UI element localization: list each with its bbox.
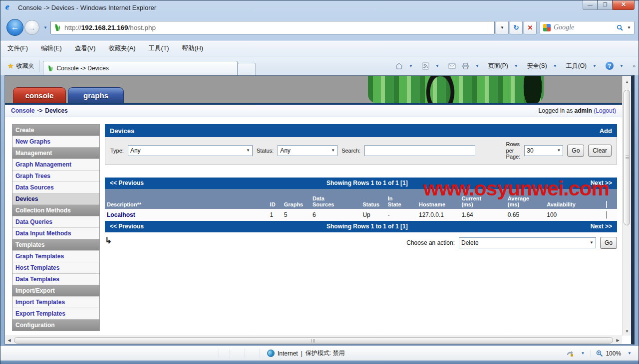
type-select-caret-icon: ▼	[241, 148, 250, 153]
tools-menu-button[interactable]: 工具(O) ▼	[564, 60, 602, 72]
status-filter-value: Any	[280, 147, 291, 154]
help-button[interactable]: ? ▼	[604, 60, 629, 71]
vertical-scrollbar[interactable]: ▲ ▼	[622, 76, 631, 336]
menu-view[interactable]: 查看(V)	[75, 44, 96, 53]
search-box[interactable]: Google ▼	[540, 21, 635, 34]
scroll-right-arrow-icon[interactable]: ▶	[614, 338, 622, 343]
add-device-link[interactable]: Add	[600, 127, 612, 135]
col-in-state[interactable]: In State	[386, 189, 417, 209]
close-button[interactable]: ✕	[613, 0, 635, 10]
address-dropdown-button[interactable]: ▼	[496, 21, 509, 34]
action-arrow-icon: ↳	[105, 235, 112, 246]
home-button[interactable]: ▼	[393, 61, 418, 71]
col-current-ms[interactable]: Current (ms)	[459, 189, 505, 209]
vertical-thumb-grip	[626, 156, 629, 160]
maximize-button[interactable]: ❐	[598, 0, 613, 10]
cacti-tab-graphs[interactable]: graphs	[68, 87, 124, 103]
sidebar-item-graph-management[interactable]: Graph Management	[12, 159, 99, 170]
zone-caret-icon[interactable]: ▼	[581, 351, 585, 356]
sidebar-item-export-templates[interactable]: Export Templates	[12, 308, 99, 319]
feeds-button[interactable]: ▼	[420, 61, 444, 71]
col-hostname[interactable]: Hostname	[417, 189, 459, 209]
col-average-ms[interactable]: Average (ms)	[506, 189, 545, 209]
next-link-bottom[interactable]: Next >>	[591, 223, 617, 230]
print-button[interactable]: ▼	[460, 61, 484, 71]
filter-go-button[interactable]: Go	[567, 145, 584, 157]
page-menu-button[interactable]: 页面(P) ▼	[486, 60, 523, 72]
previous-link-bottom[interactable]: << Previous	[105, 223, 144, 230]
scroll-left-arrow-icon[interactable]: ◀	[5, 338, 13, 343]
col-data-sources[interactable]: Data Sources	[311, 189, 360, 209]
feeds-caret-icon[interactable]: ▼	[435, 64, 439, 68]
print-caret-icon[interactable]: ▼	[475, 64, 479, 68]
login-prefix: Logged in as	[539, 107, 573, 114]
menu-tools[interactable]: 工具(T)	[148, 44, 169, 53]
sidebar-item-import-templates[interactable]: Import Templates	[12, 296, 99, 308]
device-localhost-link[interactable]: Localhost	[107, 211, 135, 218]
col-description[interactable]: Description**	[105, 189, 268, 209]
search-dropdown-caret-icon[interactable]: ▼	[627, 25, 631, 30]
menu-file[interactable]: 文件(F)	[7, 44, 28, 53]
zone-change-icon[interactable]	[566, 350, 574, 357]
col-graphs[interactable]: Graphs	[282, 189, 311, 209]
rows-per-page-select[interactable]: 30▼	[524, 145, 563, 156]
next-link-top[interactable]: Next >>	[591, 180, 617, 186]
action-select[interactable]: Delete▼	[459, 237, 596, 248]
status-filter-select[interactable]: Any▼	[278, 145, 337, 156]
type-filter-select[interactable]: Any▼	[128, 145, 253, 156]
breadcrumb-console-link[interactable]: Console	[11, 107, 34, 114]
sidebar-item-host-templates[interactable]: Host Templates	[12, 262, 99, 273]
sidebar-item-graph-trees[interactable]: Graph Trees	[12, 170, 99, 182]
sidebar-item-new-graphs[interactable]: New Graphs	[12, 136, 99, 147]
window-bottom-frame	[0, 361, 639, 364]
sidebar-item-graph-templates[interactable]: Graph Templates	[12, 250, 99, 262]
rss-icon	[422, 62, 429, 70]
star-icon: ★	[7, 62, 14, 70]
col-id[interactable]: ID	[268, 189, 282, 209]
back-button[interactable]: ←	[6, 19, 23, 36]
scroll-down-arrow-icon[interactable]: ▼	[623, 329, 632, 334]
row-checkbox[interactable]	[606, 211, 607, 219]
refresh-button[interactable]: ↻	[510, 21, 523, 34]
logout-link[interactable]: (Logout)	[594, 107, 616, 114]
menu-edit[interactable]: 编辑(E)	[41, 44, 62, 53]
scroll-up-arrow-icon[interactable]: ▲	[623, 80, 632, 84]
home-icon	[395, 62, 403, 70]
search-magnifier-icon[interactable]	[617, 24, 623, 31]
new-tab-stub[interactable]	[238, 63, 256, 75]
sidebar-item-data-sources[interactable]: Data Sources	[12, 182, 99, 193]
history-dropdown-caret-icon[interactable]: ▼	[43, 25, 47, 30]
read-mail-button[interactable]	[446, 61, 458, 71]
cacti-tab-console[interactable]: console	[13, 87, 66, 103]
horizontal-scroll-thumb[interactable]	[14, 337, 613, 344]
col-availability[interactable]: Availability	[545, 189, 604, 209]
favorites-button[interactable]: ★ 收藏夹	[5, 60, 40, 72]
filter-clear-button[interactable]: Clear	[588, 145, 612, 157]
home-caret-icon[interactable]: ▼	[409, 64, 413, 68]
help-caret-icon: ▼	[620, 64, 624, 68]
previous-link-top[interactable]: << Previous	[105, 180, 144, 186]
col-status[interactable]: Status	[360, 189, 385, 209]
sidebar-item-data-templates[interactable]: Data Templates	[12, 273, 99, 285]
zone-label: Internet	[278, 350, 298, 357]
sidebar-item-data-input-methods[interactable]: Data Input Methods	[12, 227, 99, 239]
stop-button[interactable]: ✕	[524, 21, 537, 34]
overflow-chevron-icon[interactable]: »	[633, 63, 636, 69]
menu-help[interactable]: 帮助(H)	[182, 44, 203, 53]
forward-button[interactable]: →	[24, 20, 39, 35]
zoom-caret-icon[interactable]: ▼	[628, 351, 632, 356]
menu-favorites[interactable]: 收藏夹(A)	[108, 44, 135, 53]
minimize-button[interactable]: —	[583, 0, 598, 10]
sidebar-item-data-queries[interactable]: Data Queries	[12, 216, 99, 227]
safety-menu-button[interactable]: 安全(S) ▼	[525, 60, 562, 72]
zoom-control[interactable]: 100% ▼	[591, 350, 635, 357]
horizontal-scrollbar[interactable]: ◀ ▶	[5, 336, 622, 344]
select-all-checkbox-icon[interactable]	[606, 201, 607, 208]
action-go-button[interactable]: Go	[600, 237, 617, 249]
search-filter-input[interactable]	[364, 145, 475, 156]
sidebar-item-devices[interactable]: Devices	[12, 193, 99, 204]
address-input[interactable]: http://192.168.21.169/host.php	[50, 21, 495, 34]
col-select-all[interactable]	[604, 189, 617, 209]
browser-tab-active[interactable]: Console -> Devices	[43, 61, 238, 75]
vertical-scroll-thumb[interactable]	[624, 90, 630, 225]
